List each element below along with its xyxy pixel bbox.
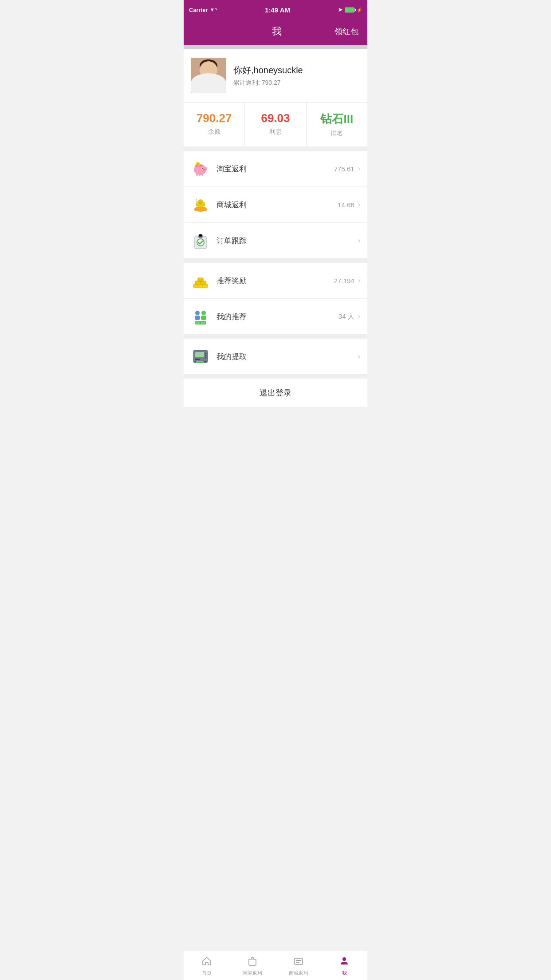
svg-rect-5 bbox=[214, 66, 216, 79]
svg-point-49 bbox=[195, 311, 200, 315]
order-tracking-chevron: › bbox=[358, 237, 360, 245]
my-withdraw-chevron: › bbox=[358, 352, 360, 360]
taobao-rebate-icon: ¥ bbox=[191, 159, 210, 178]
status-left: Carrier ▾ ◝ bbox=[189, 7, 217, 13]
profile-rebate: 累计返利: 790.27 bbox=[233, 79, 303, 87]
svg-rect-0 bbox=[191, 58, 226, 93]
svg-point-6 bbox=[202, 65, 215, 79]
svg-text:↑: ↑ bbox=[195, 198, 197, 203]
svg-point-60 bbox=[205, 355, 207, 356]
svg-rect-52 bbox=[201, 316, 206, 320]
menu-item-my-withdraw[interactable]: 我的提取 › bbox=[184, 339, 367, 374]
svg-rect-15 bbox=[199, 174, 201, 176]
avatar-svg bbox=[191, 58, 226, 93]
header-divider bbox=[184, 45, 367, 49]
section-divider-2 bbox=[184, 258, 367, 263]
svg-point-20 bbox=[203, 169, 204, 170]
svg-rect-9 bbox=[197, 85, 220, 93]
section-divider-1 bbox=[184, 146, 367, 151]
profile-section: 你好,honeysuckle 累计返利: 790.27 bbox=[184, 49, 367, 102]
avatar-image bbox=[191, 58, 226, 93]
location-icon: ➤ bbox=[338, 7, 342, 13]
svg-point-3 bbox=[200, 59, 217, 72]
svg-rect-40 bbox=[199, 234, 202, 237]
lightning-icon: ⚡ bbox=[357, 8, 362, 12]
recommend-reward-value: 27.194 bbox=[334, 277, 354, 285]
header-title: 我 bbox=[219, 25, 335, 38]
svg-rect-4 bbox=[201, 66, 203, 79]
menu-item-order-tracking[interactable]: 订单跟踪 › bbox=[184, 223, 367, 258]
svg-rect-14 bbox=[196, 174, 198, 176]
menu-section-1: ¥ 淘宝返利 775.61 › bbox=[184, 151, 367, 258]
svg-point-10 bbox=[212, 78, 219, 83]
my-withdraw-icon bbox=[191, 347, 210, 366]
header-right-action[interactable]: 领红包 bbox=[335, 26, 358, 37]
gold-bars-svg bbox=[192, 272, 209, 289]
stat-interest-label: 利息 bbox=[269, 128, 282, 136]
avatar[interactable] bbox=[191, 58, 226, 93]
carrier-label: Carrier bbox=[189, 7, 208, 13]
mall-rebate-value: 14.66 bbox=[338, 201, 354, 209]
piggy-bank-svg: ¥ bbox=[192, 160, 209, 178]
stats-row: 790.27 余额 69.03 利息 钻石III 排名 bbox=[184, 102, 367, 146]
svg-point-26 bbox=[196, 165, 198, 167]
menu-section-3: 我的提取 › bbox=[184, 339, 367, 374]
my-recommend-label: 我的推荐 bbox=[216, 312, 338, 322]
people-money-svg: ¥ bbox=[192, 308, 209, 325]
status-time: 1:49 AM bbox=[265, 6, 290, 14]
coin-hand-svg: ¥ ↑ bbox=[192, 196, 209, 213]
stat-balance-value: 790.27 bbox=[197, 111, 232, 125]
rebate-value: 790.27 bbox=[262, 79, 281, 86]
svg-point-18 bbox=[202, 168, 203, 169]
clipboard-svg bbox=[192, 232, 209, 249]
stat-rank-label: 排名 bbox=[331, 130, 343, 138]
stat-interest[interactable]: 69.03 利息 bbox=[245, 103, 306, 146]
status-bar: Carrier ▾ ◝ 1:49 AM ➤ ⚡ bbox=[184, 0, 367, 20]
section-divider-4 bbox=[184, 374, 367, 379]
my-recommend-value: 34 人 bbox=[338, 312, 354, 321]
stat-rank-value: 钻石III bbox=[320, 111, 353, 127]
my-withdraw-label: 我的提取 bbox=[216, 352, 354, 362]
mall-rebate-chevron: › bbox=[358, 201, 360, 209]
svg-rect-58 bbox=[195, 352, 204, 357]
menu-item-mall-rebate[interactable]: ¥ ↑ 商城返利 14.66 › bbox=[184, 187, 367, 223]
svg-point-61 bbox=[205, 357, 207, 359]
section-divider-3 bbox=[184, 334, 367, 339]
menu-section-2: 推荐奖励 27.194 › ¥ 我的推荐 34 人 › bbox=[184, 263, 367, 334]
mall-rebate-icon: ¥ ↑ bbox=[191, 195, 210, 214]
svg-point-7 bbox=[205, 70, 207, 72]
menu-item-recommend-reward[interactable]: 推荐奖励 27.194 › bbox=[184, 263, 367, 299]
bottom-spacer bbox=[184, 407, 367, 438]
taobao-rebate-label: 淘宝返利 bbox=[216, 164, 334, 174]
stat-balance-label: 余额 bbox=[208, 128, 220, 136]
logout-section: 退出登录 bbox=[184, 379, 367, 407]
svg-rect-62 bbox=[195, 359, 200, 360]
logout-button[interactable]: 退出登录 bbox=[184, 379, 367, 407]
svg-point-21 bbox=[204, 169, 205, 170]
wifi-icon: ▾ ◝ bbox=[211, 7, 217, 13]
order-tracking-label: 订单跟踪 bbox=[216, 236, 354, 246]
header: 我 领红包 bbox=[184, 20, 367, 45]
svg-point-19 bbox=[203, 169, 205, 171]
svg-rect-50 bbox=[195, 316, 200, 320]
taobao-rebate-value: 775.61 bbox=[334, 165, 354, 173]
taobao-rebate-chevron: › bbox=[358, 165, 360, 173]
order-tracking-icon bbox=[191, 231, 210, 250]
battery-icon bbox=[345, 8, 354, 12]
rebate-label: 累计返利: bbox=[233, 79, 260, 86]
svg-point-8 bbox=[210, 70, 212, 72]
stat-interest-value: 69.03 bbox=[261, 111, 290, 125]
stat-rank[interactable]: 钻石III 排名 bbox=[307, 103, 367, 146]
my-recommend-icon: ¥ bbox=[191, 307, 210, 326]
svg-point-1 bbox=[201, 61, 216, 79]
svg-rect-47 bbox=[198, 278, 203, 281]
my-recommend-chevron: › bbox=[358, 312, 360, 320]
menu-item-taobao-rebate[interactable]: ¥ 淘宝返利 775.61 › bbox=[184, 151, 367, 187]
recommend-reward-label: 推荐奖励 bbox=[216, 276, 334, 286]
stat-balance[interactable]: 790.27 余额 bbox=[184, 103, 245, 146]
svg-rect-28 bbox=[194, 208, 207, 211]
recommend-reward-chevron: › bbox=[358, 277, 360, 285]
menu-item-my-recommend[interactable]: ¥ 我的推荐 34 人 › bbox=[184, 299, 367, 334]
profile-name: 你好,honeysuckle bbox=[233, 64, 303, 76]
svg-point-59 bbox=[205, 353, 207, 354]
